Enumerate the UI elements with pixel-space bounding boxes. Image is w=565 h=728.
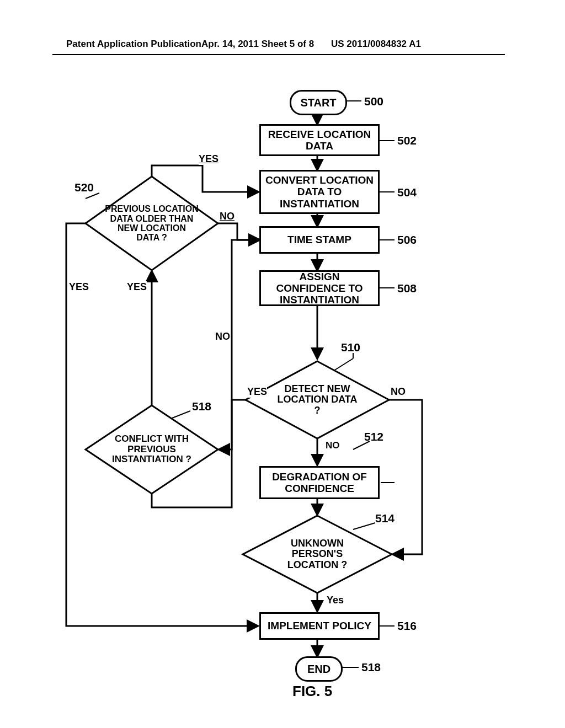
- ref-500: 500: [364, 95, 383, 108]
- edge-518-yes: YES: [127, 281, 147, 293]
- process-assign-confidence: ASSIGN CONFIDENCE TO INSTANTIATION: [259, 270, 380, 306]
- header-date-sheet: Apr. 14, 2011 Sheet 5 of 8: [201, 39, 314, 50]
- ref-518: 518: [192, 400, 211, 413]
- implement-label: IMPLEMENT POLICY: [268, 620, 371, 631]
- assign-label: ASSIGN CONFIDENCE TO INSTANTIATION: [264, 271, 375, 306]
- degrade-label: DEGRADATION OF CONFIDENCE: [264, 471, 375, 495]
- edge-520-no: NO: [220, 211, 234, 222]
- ref-516: 516: [397, 619, 417, 633]
- edge-510-no-right: NO: [391, 386, 406, 398]
- ref-504: 504: [397, 186, 417, 199]
- process-implement-policy: IMPLEMENT POLICY: [259, 612, 380, 640]
- svg-line-25: [172, 411, 190, 418]
- terminator-end: END: [295, 656, 343, 682]
- edge-518-no: NO: [215, 331, 230, 342]
- receive-label: RECEIVE LOCATION DATA: [264, 129, 375, 152]
- unknown-label: UNKNOWN PERSON'S LOCATION ?: [271, 538, 363, 570]
- edge-520-yes-left: YES: [69, 281, 89, 293]
- ref-512: 512: [364, 430, 383, 443]
- decision-conflict-with-previous-instantiation: CONFLICT WITH PREVIOUS INSTANTIATION ?: [108, 420, 196, 479]
- header-rule: [52, 54, 505, 55]
- timestamp-label: TIME STAMP: [287, 234, 351, 245]
- header-publication: Patent Application Publication: [66, 39, 201, 50]
- end-label: END: [307, 663, 331, 676]
- process-time-stamp: TIME STAMP: [259, 226, 380, 254]
- ref-510: 510: [341, 341, 360, 354]
- process-convert-location-data: CONVERT LOCATION DATA TO INSTANTIATION: [259, 170, 380, 214]
- edge-510-yes: YES: [247, 386, 267, 398]
- svg-line-22: [334, 358, 353, 371]
- terminator-start: START: [290, 90, 347, 115]
- start-label: START: [300, 97, 336, 109]
- process-degradation-of-confidence: DEGRADATION OF CONFIDENCE: [259, 466, 380, 499]
- ref-506: 506: [397, 233, 417, 247]
- decision-unknown-persons-location: UNKNOWN PERSON'S LOCATION ?: [271, 528, 363, 580]
- ref-508: 508: [397, 282, 417, 295]
- process-receive-location-data: RECEIVE LOCATION DATA: [259, 124, 380, 156]
- header-pub-number: US 2011/0084832 A1: [331, 39, 421, 50]
- decision-previous-location-data-older: PREVIOUS LOCATION DATA OLDER THAN NEW LO…: [105, 186, 199, 260]
- ref-520: 520: [74, 181, 94, 194]
- detect-label: DETECT NEW LOCATION DATA ?: [273, 384, 361, 416]
- ref-502: 502: [397, 134, 417, 147]
- edge-514-yes: Yes: [327, 595, 344, 606]
- figure-label: FIG. 5: [292, 683, 332, 700]
- previous-label: PREVIOUS LOCATION DATA OLDER THAN NEW LO…: [105, 204, 199, 242]
- convert-label: CONVERT LOCATION DATA TO INSTANTIATION: [264, 174, 375, 210]
- decision-detect-new-location-data: DETECT NEW LOCATION DATA ?: [273, 374, 361, 426]
- ref-518-end: 518: [361, 661, 381, 674]
- edge-520-yes-top: YES: [199, 153, 218, 165]
- edge-510-no-bottom: NO: [326, 440, 340, 451]
- ref-514: 514: [375, 512, 395, 525]
- conflict-label: CONFLICT WITH PREVIOUS INSTANTIATION ?: [108, 434, 196, 464]
